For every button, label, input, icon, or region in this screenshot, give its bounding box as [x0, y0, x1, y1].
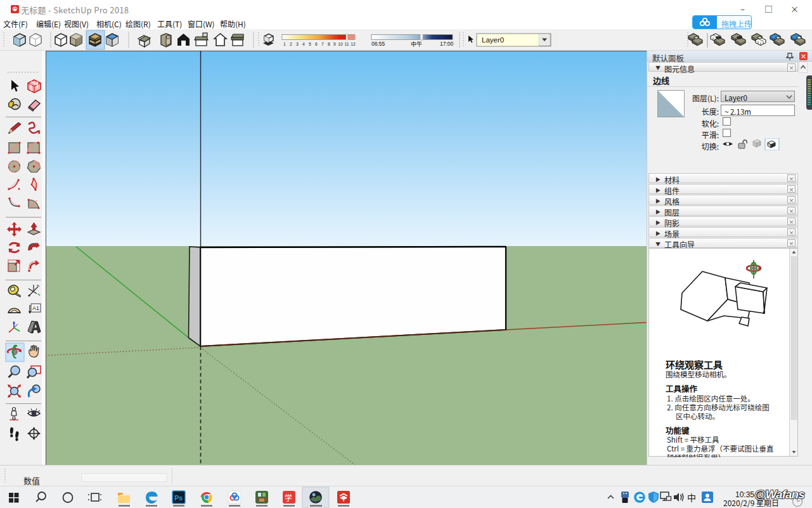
svg-text:06:55: 06:55 [371, 41, 385, 47]
svg-text:10: 10 [338, 42, 343, 46]
svg-text:5: 5 [309, 42, 311, 46]
svg-text:4: 4 [302, 42, 305, 46]
svg-text:12: 12 [351, 42, 356, 46]
svg-text:6: 6 [315, 42, 318, 46]
svg-text:1: 1 [283, 42, 286, 46]
svg-text:A1: A1 [32, 305, 39, 311]
svg-text:中午: 中午 [411, 40, 422, 48]
svg-text:学: 学 [285, 492, 292, 503]
svg-text:中: 中 [687, 491, 696, 504]
svg-text:11: 11 [344, 42, 349, 46]
svg-text:9: 9 [333, 42, 336, 46]
svg-text:2: 2 [290, 42, 292, 46]
svg-text:@Wafans: @Wafans [754, 488, 804, 501]
svg-text:8: 8 [328, 42, 330, 46]
svg-text:17:00: 17:00 [440, 41, 454, 47]
svg-text:7: 7 [321, 42, 324, 46]
svg-text:Layer0: Layer0 [482, 36, 504, 44]
svg-text:3: 3 [296, 42, 299, 46]
svg-text:Ps: Ps [174, 494, 183, 502]
